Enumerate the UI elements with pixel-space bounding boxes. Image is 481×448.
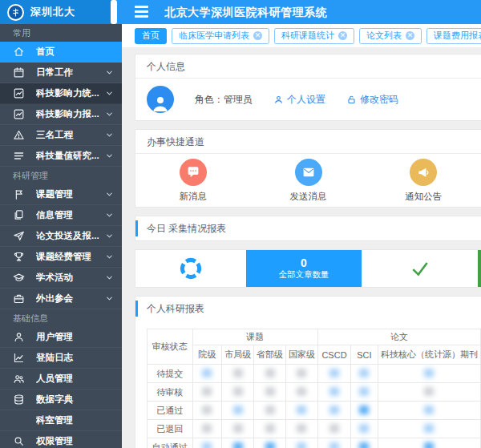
table-cell-redacted[interactable] [351, 438, 378, 448]
table-cell-redacted[interactable] [222, 402, 254, 420]
table-cell-redacted[interactable] [351, 420, 378, 438]
table-cell-redacted[interactable] [378, 420, 480, 438]
table-cell-redacted[interactable] [254, 402, 286, 420]
sidebar-item[interactable]: 科室管理 [0, 410, 122, 431]
table-cell-redacted[interactable] [317, 420, 350, 438]
tab-item[interactable]: 临床医学申请列表✕ [172, 28, 269, 44]
table-column-header: SCI [351, 345, 378, 365]
megaphone-icon [410, 159, 437, 186]
table-cell-redacted[interactable] [317, 365, 350, 383]
sidebar-item[interactable]: 学术活动 [0, 268, 122, 289]
all-articles-stat[interactable]: 0 全部文章数量 [246, 250, 362, 287]
sidebar-item[interactable]: 课题经费管理 [0, 247, 122, 268]
table-group-header: 课题 [192, 329, 317, 345]
hamburger-icon[interactable] [135, 6, 148, 18]
tab-label: 科研课题统计 [281, 30, 334, 42]
briefcase-icon [13, 293, 25, 305]
table-cell-redacted[interactable] [317, 383, 350, 402]
sidebar-item[interactable]: 日常工作 [0, 63, 122, 83]
change-password-link[interactable]: 修改密码 [346, 93, 398, 107]
chevron-down-icon [105, 211, 114, 220]
table-cell-redacted[interactable] [192, 365, 222, 383]
sidebar-item-label: 信息管理 [36, 209, 105, 221]
table-cell-redacted[interactable] [192, 420, 222, 438]
sidebar-item[interactable]: 信息管理 [0, 205, 122, 226]
envelope-icon [295, 159, 322, 186]
sidebar-item-label: 登陆日志 [36, 352, 114, 364]
sidebar-item[interactable]: 首页 [0, 42, 122, 63]
table-cell-redacted[interactable] [254, 365, 286, 383]
sidebar-item-label: 论文投送及报... [36, 230, 105, 242]
table-cell-redacted[interactable] [192, 402, 222, 420]
table-cell-redacted[interactable] [378, 438, 480, 448]
quick-channel-item[interactable]: 新消息 [135, 159, 251, 207]
collection-stats-row: 0 全部文章数量 [135, 249, 481, 288]
avatar[interactable] [147, 86, 174, 113]
paper-plane-icon [13, 230, 25, 242]
sidebar-item[interactable]: 人员管理 [0, 369, 122, 389]
table-cell-redacted[interactable] [378, 402, 480, 420]
sidebar-item-label: 首页 [36, 46, 114, 58]
sidebar-item[interactable]: 课题管理 [0, 184, 122, 205]
tab-active[interactable]: 首页 [135, 28, 167, 44]
tab-item[interactable]: 课题费用报表✕ [426, 28, 481, 44]
tab-close-icon[interactable]: ✕ [406, 31, 414, 40]
role-line: 角色：管理员 [195, 93, 253, 107]
sidebar-item[interactable]: 科技影响力报... [0, 104, 122, 125]
sidebar-group-label: 常用 [0, 24, 122, 42]
tab-close-icon[interactable]: ✕ [253, 31, 262, 40]
tab-close-icon[interactable]: ✕ [338, 31, 347, 40]
table-column-header: 科技核心（统计源）期刊 [378, 345, 480, 365]
sidebar-item[interactable]: 权限管理 [0, 431, 122, 448]
sidebar-item[interactable]: 科技量值研究... [0, 146, 122, 167]
sidebar-item[interactable]: 用户管理 [0, 327, 122, 348]
flag-icon [13, 188, 25, 200]
table-cell-redacted[interactable] [286, 402, 318, 420]
table-cell-redacted[interactable] [317, 438, 350, 448]
sidebar-item[interactable]: 登陆日志 [0, 348, 122, 369]
chevron-down-icon [105, 252, 114, 261]
table-cell-redacted[interactable] [222, 383, 254, 402]
table-cell-redacted[interactable] [317, 402, 350, 420]
tab-item[interactable]: 论文列表✕ [359, 28, 422, 44]
table-row: 已通过 [148, 402, 481, 420]
table-cell-redacted[interactable] [254, 383, 286, 402]
sidebar-item[interactable]: 外出参会 [0, 289, 122, 309]
quick-channel-item[interactable]: 通知公告 [366, 159, 481, 207]
row-status-label: 已退回 [148, 420, 193, 438]
sidebar-item-label: 用户管理 [36, 331, 114, 343]
personal-settings-link[interactable]: 个人设置 [273, 93, 325, 107]
quick-channel-item[interactable]: 发送消息 [251, 159, 366, 207]
table-cell-redacted[interactable] [222, 438, 254, 448]
table-cell-redacted[interactable] [192, 438, 222, 448]
sidebar-nav: 常用首页日常工作科技影响力统...科技影响力报...三名工程科技量值研究...科… [0, 24, 122, 448]
sidebar-item-label: 三名工程 [36, 129, 105, 141]
table-cell-redacted[interactable] [286, 420, 318, 438]
table-column-header: CSCD [317, 345, 350, 365]
collection-report-card: 今日 采集情况报表 [135, 216, 481, 241]
table-cell-redacted[interactable] [286, 365, 318, 383]
table-cell-redacted[interactable] [222, 420, 254, 438]
table-group-header: 论文 [317, 329, 480, 345]
table-cell-redacted[interactable] [351, 383, 378, 402]
table-cell-redacted[interactable] [192, 383, 222, 402]
table-cell-redacted[interactable] [254, 420, 286, 438]
sidebar-item[interactable]: 三名工程 [0, 125, 122, 146]
table-cell-redacted[interactable] [254, 438, 286, 448]
table-cell-redacted[interactable] [378, 365, 480, 383]
tab-item[interactable]: 科研课题统计✕ [274, 28, 354, 44]
header-title: 北京大学深圳医院科研管理系统 [164, 0, 327, 24]
sidebar-item[interactable]: 科技影响力统... [0, 83, 122, 104]
table-cell-redacted[interactable] [286, 383, 318, 402]
check-icon [410, 258, 430, 279]
table-cell-redacted[interactable] [222, 365, 254, 383]
sidebar-item[interactable]: 数据字典 [0, 389, 122, 410]
table-cell-redacted[interactable] [378, 383, 480, 402]
hospital-emblem-icon [7, 4, 24, 21]
sidebar-item-label: 科技影响力报... [36, 108, 105, 120]
sidebar-item[interactable]: 论文投送及报... [0, 226, 122, 247]
table-cell-redacted[interactable] [286, 438, 318, 448]
table-column-header: 院级 [192, 345, 222, 365]
table-cell-redacted[interactable] [351, 402, 378, 420]
table-cell-redacted[interactable] [351, 365, 378, 383]
